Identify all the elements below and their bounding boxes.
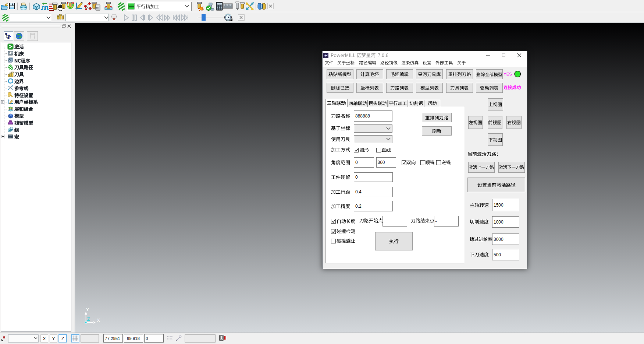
svg-text:Z: Z (87, 316, 90, 322)
svg-text:X: X (97, 317, 100, 323)
svg-text:Y: Y (86, 307, 89, 312)
